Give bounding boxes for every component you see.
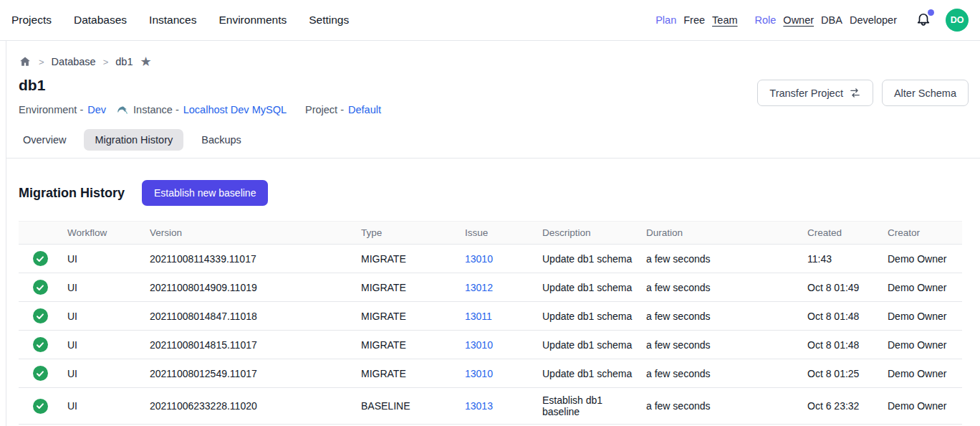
avatar[interactable]: DO xyxy=(946,9,969,32)
nav-item-instances[interactable]: Instances xyxy=(149,14,196,27)
success-icon xyxy=(33,366,48,381)
notification-bell-icon[interactable] xyxy=(914,11,933,29)
success-icon xyxy=(33,308,48,323)
table-row[interactable]: UI 20211008014909.11019 MIGRATE 13012 Up… xyxy=(19,273,962,302)
nav-status: Plan Free Team Role Owner DBA Developer … xyxy=(655,9,969,32)
page-title: db1 xyxy=(19,77,381,94)
issue-link[interactable]: 13013 xyxy=(465,400,493,412)
main-content: > Database > db1 ★ db1 Environment - Dev… xyxy=(6,41,980,426)
col-created: Created xyxy=(802,222,882,245)
table-header-row: Workflow Version Type Issue Description … xyxy=(19,222,962,245)
nav-item-environments[interactable]: Environments xyxy=(218,14,287,27)
nav-item-databases[interactable]: Databases xyxy=(74,14,127,27)
cell-description: Update db1 schema xyxy=(537,302,640,331)
table-row[interactable]: UI 20211008014847.11018 MIGRATE 13011 Up… xyxy=(19,302,962,331)
col-issue: Issue xyxy=(459,222,537,245)
nav-item-projects[interactable]: Projects xyxy=(11,14,52,27)
cell-created: Oct 8 01:48 xyxy=(802,331,882,359)
tab-migration-history[interactable]: Migration History xyxy=(84,129,183,151)
cell-workflow: UI xyxy=(62,359,144,388)
chevron-right-icon: > xyxy=(39,57,44,67)
role-label: Role xyxy=(755,14,777,26)
tab-backups[interactable]: Backups xyxy=(191,129,252,151)
cell-description: Update db1 schema xyxy=(537,359,640,388)
plan-free[interactable]: Free xyxy=(683,14,705,26)
cell-type: MIGRATE xyxy=(355,359,459,388)
role-dba[interactable]: DBA xyxy=(821,14,842,26)
table-row[interactable]: UI 20211008014815.11017 MIGRATE 13010 Up… xyxy=(19,331,962,359)
cell-version: 20211008114339.11017 xyxy=(144,245,355,273)
favorite-star-icon[interactable]: ★ xyxy=(140,55,151,68)
chevron-right-icon: > xyxy=(103,57,109,67)
cell-type: MIGRATE xyxy=(355,273,459,302)
transfer-arrows-icon xyxy=(849,87,861,99)
database-meta: Environment - Dev Instance - Localhost D… xyxy=(19,103,381,116)
cell-workflow: UI xyxy=(62,245,144,273)
issue-link[interactable]: 13012 xyxy=(465,282,493,293)
project-label: Project - xyxy=(305,104,344,115)
success-icon xyxy=(33,280,48,295)
cell-version: 20211008014847.11018 xyxy=(144,302,355,331)
transfer-project-label: Transfer Project xyxy=(769,87,843,99)
section-title: Migration History xyxy=(19,186,125,201)
page-header-left: db1 Environment - Dev Instance - Localho… xyxy=(19,77,381,116)
cell-description: Update db1 schema xyxy=(537,245,640,273)
cell-created: 11:43 xyxy=(802,245,882,273)
table-row[interactable]: UI 20211008114339.11017 MIGRATE 13010 Up… xyxy=(19,245,962,273)
role-developer[interactable]: Developer xyxy=(850,14,897,26)
cell-created: Oct 8 01:49 xyxy=(802,273,882,302)
environment-link[interactable]: Dev xyxy=(87,104,106,115)
cell-creator: Demo Owner xyxy=(882,302,962,331)
cell-creator: Demo Owner xyxy=(882,359,962,388)
issue-link[interactable]: 13010 xyxy=(465,253,493,265)
breadcrumb: > Database > db1 ★ xyxy=(6,41,980,68)
col-version: Version xyxy=(144,222,355,245)
cell-workflow: UI xyxy=(62,388,144,425)
issue-link[interactable]: 13011 xyxy=(465,311,492,322)
project-link[interactable]: Default xyxy=(348,104,381,115)
cell-created: Oct 8 01:48 xyxy=(802,302,882,331)
nav-links: Projects Databases Instances Environment… xyxy=(11,14,349,27)
col-description: Description xyxy=(537,222,640,245)
cell-created: Oct 8 01:25 xyxy=(802,359,882,388)
plan-team[interactable]: Team xyxy=(712,14,737,26)
table-row[interactable]: UI 20211008012549.11017 MIGRATE 13010 Up… xyxy=(19,359,962,388)
cell-type: MIGRATE xyxy=(355,302,459,331)
cell-duration: a few seconds xyxy=(640,388,802,425)
environment-label: Environment - xyxy=(19,104,83,115)
top-nav: Projects Databases Instances Environment… xyxy=(0,0,980,41)
cell-created: Oct 6 23:32 xyxy=(802,388,882,425)
col-creator: Creator xyxy=(882,222,962,245)
success-icon xyxy=(33,251,48,266)
cell-creator: Demo Owner xyxy=(882,331,962,359)
cell-version: 20211008014815.11017 xyxy=(144,331,355,359)
cell-creator: Demo Owner xyxy=(882,245,962,273)
issue-link[interactable]: 13010 xyxy=(465,368,493,379)
instance-link[interactable]: Localhost Dev MySQL xyxy=(183,104,287,115)
cell-duration: a few seconds xyxy=(640,273,802,302)
alter-schema-button[interactable]: Alter Schema xyxy=(882,80,969,106)
tab-overview[interactable]: Overview xyxy=(12,129,77,151)
table-row[interactable]: UI 20211006233228.11020 BASELINE 13013 E… xyxy=(19,388,962,425)
cell-type: MIGRATE xyxy=(355,331,459,359)
cell-description: Update db1 schema xyxy=(537,273,640,302)
header-buttons: Transfer Project Alter Schema xyxy=(757,80,969,106)
plan-label: Plan xyxy=(655,14,676,26)
home-icon[interactable] xyxy=(19,55,32,68)
cell-version: 20211008014909.11019 xyxy=(144,273,355,302)
cell-workflow: UI xyxy=(62,273,144,302)
establish-baseline-button[interactable]: Establish new baseline xyxy=(142,180,268,206)
cell-workflow: UI xyxy=(62,302,144,331)
nav-item-settings[interactable]: Settings xyxy=(309,14,349,27)
cell-duration: a few seconds xyxy=(640,359,802,388)
success-icon xyxy=(33,337,48,352)
col-type: Type xyxy=(355,222,459,245)
transfer-project-button[interactable]: Transfer Project xyxy=(757,80,873,106)
tab-bar: Overview Migration History Backups xyxy=(6,116,980,158)
cell-description: Update db1 schema xyxy=(537,331,640,359)
breadcrumb-database[interactable]: Database xyxy=(52,56,96,67)
alter-schema-label: Alter Schema xyxy=(894,87,956,99)
cell-duration: a few seconds xyxy=(640,331,802,359)
role-owner[interactable]: Owner xyxy=(783,14,814,26)
issue-link[interactable]: 13010 xyxy=(465,339,493,351)
